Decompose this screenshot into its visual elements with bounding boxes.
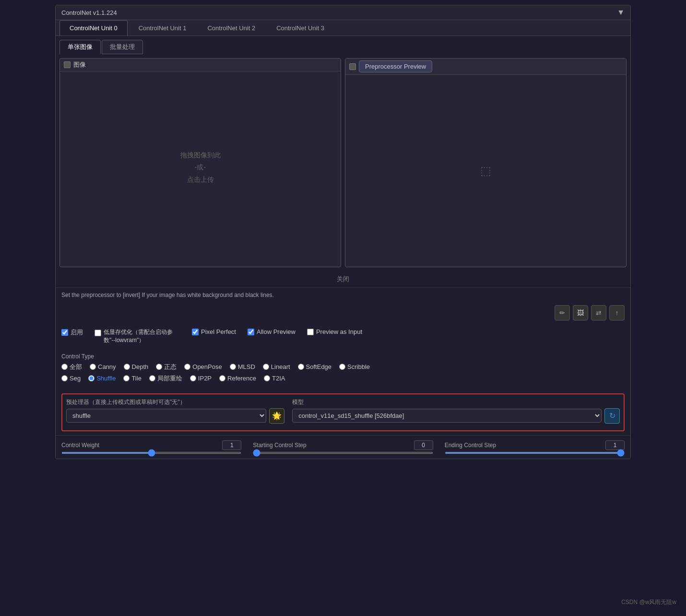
radio-openpose[interactable]: OpenPose: [184, 363, 222, 371]
radio-shuffle[interactable]: Shuffle: [88, 374, 116, 383]
ending-step-slider[interactable]: [445, 452, 625, 454]
preview-as-input-checkbox[interactable]: Preview as Input: [307, 328, 362, 335]
radio-seg-input[interactable]: [61, 375, 68, 381]
processor-select-wrapper: shuffle 🌟: [66, 408, 284, 424]
ending-step-header: Ending Control Step 1: [445, 440, 625, 450]
model-col: 模型 control_v11e_sd15_shuffle [526bfdae] …: [292, 398, 620, 424]
unit-tabs: ControlNet Unit 0 ControlNet Unit 1 Cont…: [56, 20, 630, 36]
control-weight-label: Control Weight: [61, 442, 99, 449]
radio-ip2p[interactable]: IP2P: [190, 374, 212, 383]
radio-t2ia-input[interactable]: [264, 375, 270, 381]
pixel-perfect-checkbox[interactable]: Pixel Perfect: [192, 328, 236, 335]
tab-single-image[interactable]: 单张图像: [59, 40, 101, 54]
upload-button[interactable]: ↑: [609, 305, 625, 320]
controlnet-panel: ControlNet v1.1.224 ▼ ControlNet Unit 0 …: [55, 5, 631, 459]
processor-select[interactable]: shuffle: [66, 409, 266, 423]
sub-tabs: 单张图像 批量处理: [56, 36, 630, 54]
tab-unit-0[interactable]: ControlNet Unit 0: [59, 20, 128, 36]
model-label: 模型: [292, 398, 620, 406]
sliders-section: Control Weight 1 Starting Control Step 0…: [56, 435, 630, 459]
model-select[interactable]: control_v11e_sd15_shuffle [526bfdae]: [292, 409, 602, 423]
preprocessor-preview-header: Preprocessor Preview: [345, 59, 626, 75]
starting-step-value: 0: [414, 440, 433, 450]
swap-button[interactable]: ⇄: [591, 305, 606, 320]
control-weight-slider[interactable]: [61, 452, 241, 454]
radio-reference[interactable]: Reference: [219, 374, 256, 383]
ending-step-label: Ending Control Step: [445, 442, 496, 449]
radio-normal[interactable]: 正态: [156, 363, 177, 371]
allow-preview-input[interactable]: [248, 329, 254, 335]
radio-reference-input[interactable]: [219, 375, 225, 381]
radio-all-input[interactable]: [61, 364, 68, 370]
radio-lineart-input[interactable]: [263, 364, 269, 370]
model-select-wrapper: control_v11e_sd15_shuffle [526bfdae] ↻: [292, 408, 620, 424]
image-button[interactable]: 🖼: [573, 305, 588, 320]
ending-step-group: Ending Control Step 1: [445, 440, 625, 454]
tab-unit-3[interactable]: ControlNet Unit 3: [266, 20, 334, 36]
image-upload-section: 图像 拖拽图像到此 -或- 点击上传 Preprocessor Preview …: [56, 54, 630, 271]
edit-button[interactable]: ✏: [555, 305, 570, 320]
starting-step-header: Starting Control Step 0: [253, 440, 433, 450]
radio-softedge-input[interactable]: [298, 364, 304, 370]
radio-t2ia[interactable]: T2IA: [264, 374, 285, 383]
radio-mlsd-input[interactable]: [230, 364, 236, 370]
refresh-button[interactable]: ↻: [604, 408, 620, 424]
radio-scribble[interactable]: Scribble: [339, 363, 370, 371]
radio-seg[interactable]: Seg: [61, 374, 81, 383]
collapse-arrow[interactable]: ▼: [617, 8, 625, 17]
radio-softedge[interactable]: SoftEdge: [298, 363, 332, 371]
radio-lineart[interactable]: Lineart: [263, 363, 290, 371]
radio-mlsd[interactable]: MLSD: [230, 363, 255, 371]
ending-step-value: 1: [605, 440, 625, 450]
preview-placeholder-icon: ⬚: [480, 164, 491, 178]
image-panel-header: 图像: [60, 59, 341, 71]
enable-input[interactable]: [61, 329, 68, 336]
radio-all[interactable]: 全部: [61, 363, 82, 371]
radio-normal-input[interactable]: [156, 364, 162, 370]
control-type-row-1: 全部 Canny Depth 正态 OpenPose MLSD: [61, 363, 625, 371]
processor-model-section: 预处理器（直接上传模式图或草稿时可选"无"） shuffle 🌟 模型 cont…: [61, 393, 625, 431]
radio-ip2p-input[interactable]: [190, 375, 196, 381]
preview-as-input-input[interactable]: [307, 329, 314, 335]
upload-instructions: 拖拽图像到此 -或- 点击上传: [180, 149, 221, 186]
image-panel[interactable]: 图像 拖拽图像到此 -或- 点击上传: [59, 58, 341, 267]
fire-button[interactable]: 🌟: [269, 408, 284, 424]
radio-depth[interactable]: Depth: [124, 363, 149, 371]
starting-step-slider[interactable]: [253, 452, 433, 454]
tab-unit-2[interactable]: ControlNet Unit 2: [197, 20, 265, 36]
control-type-section: Control Type 全部 Canny Depth 正态 OpenPose: [56, 349, 630, 390]
lowvram-input[interactable]: [95, 330, 101, 336]
pixel-perfect-input[interactable]: [192, 329, 199, 335]
radio-openpose-input[interactable]: [184, 364, 190, 370]
radio-tile[interactable]: Tile: [123, 374, 141, 383]
allow-preview-checkbox[interactable]: Allow Preview: [248, 328, 296, 335]
image-drop-zone[interactable]: 拖拽图像到此 -或- 点击上传: [60, 71, 341, 263]
checkboxes-row: 启用 低显存优化（需配合启动参数"--lowvram"） Pixel Perfe…: [56, 323, 630, 349]
radio-canny-input[interactable]: [90, 364, 96, 370]
lowvram-checkbox[interactable]: 低显存优化（需配合启动参数"--lowvram"）: [95, 328, 180, 344]
preview-icon: [349, 63, 356, 70]
starting-step-label: Starting Control Step: [253, 442, 306, 449]
radio-scribble-input[interactable]: [339, 364, 345, 370]
title-bar: ControlNet v1.1.224 ▼: [56, 5, 630, 20]
toolbar-icons: ✏ 🖼 ⇄ ↑: [56, 302, 630, 323]
processor-col: 预处理器（直接上传模式图或草稿时可选"无"） shuffle 🌟: [66, 398, 284, 424]
radio-depth-input[interactable]: [124, 364, 130, 370]
control-weight-header: Control Weight 1: [61, 440, 241, 450]
proc-model-labels-row: 预处理器（直接上传模式图或草稿时可选"无"） shuffle 🌟 模型 cont…: [66, 398, 620, 424]
close-button[interactable]: 关闭: [56, 271, 630, 287]
radio-canny[interactable]: Canny: [90, 363, 116, 371]
watermark: CSDN @w风雨无阻w: [621, 598, 676, 606]
radio-inpaint[interactable]: 局部重绘: [149, 374, 182, 383]
tab-unit-1[interactable]: ControlNet Unit 1: [129, 20, 197, 36]
radio-inpaint-input[interactable]: [149, 375, 155, 381]
enable-checkbox[interactable]: 启用: [61, 328, 83, 337]
info-text: Set the preprocessor to [invert] If your…: [56, 287, 630, 302]
radio-shuffle-input[interactable]: [88, 375, 95, 381]
radio-tile-input[interactable]: [123, 375, 130, 381]
control-weight-group: Control Weight 1: [61, 440, 241, 454]
tab-batch[interactable]: 批量处理: [102, 40, 143, 54]
preprocessor-preview-button[interactable]: Preprocessor Preview: [359, 60, 432, 72]
control-type-row-2: Seg Shuffle Tile 局部重绘 IP2P Reference: [61, 374, 625, 383]
preprocessor-preview-panel: Preprocessor Preview ⬚: [345, 58, 627, 267]
